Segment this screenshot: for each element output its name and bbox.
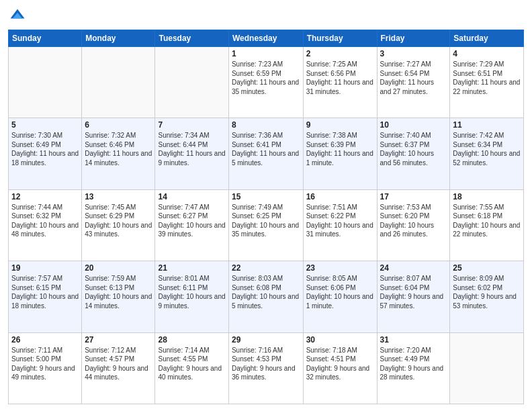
day-info: Sunrise: 8:03 AM Sunset: 6:08 PM Dayligh… xyxy=(232,274,300,310)
day-number: 20 xyxy=(85,263,152,273)
day-info: Sunrise: 7:45 AM Sunset: 6:29 PM Dayligh… xyxy=(85,203,152,239)
day-info: Sunrise: 8:09 AM Sunset: 6:02 PM Dayligh… xyxy=(453,274,521,310)
day-number: 28 xyxy=(158,335,225,345)
day-info: Sunrise: 7:18 AM Sunset: 4:51 PM Dayligh… xyxy=(306,346,374,382)
day-info: Sunrise: 7:49 AM Sunset: 6:25 PM Dayligh… xyxy=(232,203,300,239)
day-info: Sunrise: 7:23 AM Sunset: 6:59 PM Dayligh… xyxy=(232,60,300,96)
day-info: Sunrise: 8:07 AM Sunset: 6:04 PM Dayligh… xyxy=(380,274,447,310)
calendar-week-row: 19Sunrise: 7:57 AM Sunset: 6:15 PM Dayli… xyxy=(9,261,524,332)
day-info: Sunrise: 8:05 AM Sunset: 6:06 PM Dayligh… xyxy=(306,274,374,310)
calendar-cell: 26Sunrise: 7:11 AM Sunset: 5:00 PM Dayli… xyxy=(9,332,82,404)
day-number: 23 xyxy=(306,263,374,273)
day-info: Sunrise: 7:25 AM Sunset: 6:56 PM Dayligh… xyxy=(306,60,374,96)
calendar-cell: 16Sunrise: 7:51 AM Sunset: 6:22 PM Dayli… xyxy=(303,189,377,261)
day-info: Sunrise: 7:59 AM Sunset: 6:13 PM Dayligh… xyxy=(85,274,152,310)
weekday-header: Friday xyxy=(377,30,450,47)
day-number: 31 xyxy=(380,335,447,345)
calendar-cell: 15Sunrise: 7:49 AM Sunset: 6:25 PM Dayli… xyxy=(228,189,303,261)
day-number: 24 xyxy=(380,263,447,273)
calendar-cell: 31Sunrise: 7:20 AM Sunset: 4:49 PM Dayli… xyxy=(377,332,450,404)
day-number: 3 xyxy=(380,49,447,58)
day-number: 19 xyxy=(11,263,79,273)
day-info: Sunrise: 7:47 AM Sunset: 6:27 PM Dayligh… xyxy=(158,203,225,239)
calendar-cell: 30Sunrise: 7:18 AM Sunset: 4:51 PM Dayli… xyxy=(303,332,377,404)
calendar-cell: 3Sunrise: 7:27 AM Sunset: 6:54 PM Daylig… xyxy=(377,47,450,118)
day-number: 29 xyxy=(232,335,300,345)
calendar-cell xyxy=(9,47,82,118)
day-number: 7 xyxy=(158,120,225,130)
calendar-cell: 6Sunrise: 7:32 AM Sunset: 6:46 PM Daylig… xyxy=(82,118,155,189)
day-info: Sunrise: 7:40 AM Sunset: 6:37 PM Dayligh… xyxy=(380,131,447,167)
calendar-cell: 18Sunrise: 7:55 AM Sunset: 6:18 PM Dayli… xyxy=(450,189,524,261)
calendar-cell: 12Sunrise: 7:44 AM Sunset: 6:32 PM Dayli… xyxy=(9,189,82,261)
day-info: Sunrise: 7:12 AM Sunset: 4:57 PM Dayligh… xyxy=(85,346,152,382)
weekday-header-row: SundayMondayTuesdayWednesdayThursdayFrid… xyxy=(9,30,524,47)
calendar-cell: 20Sunrise: 7:59 AM Sunset: 6:13 PM Dayli… xyxy=(82,261,155,332)
day-number: 1 xyxy=(232,49,300,58)
calendar-cell: 22Sunrise: 8:03 AM Sunset: 6:08 PM Dayli… xyxy=(228,261,303,332)
day-info: Sunrise: 7:16 AM Sunset: 4:53 PM Dayligh… xyxy=(232,346,300,382)
calendar-cell xyxy=(450,332,524,404)
weekday-header: Saturday xyxy=(450,30,524,47)
logo-icon xyxy=(8,7,27,26)
calendar-cell: 25Sunrise: 8:09 AM Sunset: 6:02 PM Dayli… xyxy=(450,261,524,332)
day-info: Sunrise: 7:34 AM Sunset: 6:44 PM Dayligh… xyxy=(158,131,225,167)
calendar-table: SundayMondayTuesdayWednesdayThursdayFrid… xyxy=(8,30,524,404)
day-info: Sunrise: 7:36 AM Sunset: 6:41 PM Dayligh… xyxy=(232,131,300,167)
day-number: 10 xyxy=(380,120,447,130)
day-info: Sunrise: 7:29 AM Sunset: 6:51 PM Dayligh… xyxy=(453,60,521,96)
calendar-week-row: 5Sunrise: 7:30 AM Sunset: 6:49 PM Daylig… xyxy=(9,118,524,189)
day-info: Sunrise: 7:51 AM Sunset: 6:22 PM Dayligh… xyxy=(306,203,374,239)
calendar-cell: 28Sunrise: 7:14 AM Sunset: 4:55 PM Dayli… xyxy=(155,332,228,404)
day-number: 13 xyxy=(85,192,152,201)
day-number: 6 xyxy=(85,120,152,130)
day-info: Sunrise: 7:20 AM Sunset: 4:49 PM Dayligh… xyxy=(380,346,447,382)
weekday-header: Wednesday xyxy=(228,30,303,47)
day-number: 25 xyxy=(453,263,521,273)
day-info: Sunrise: 7:57 AM Sunset: 6:15 PM Dayligh… xyxy=(11,274,79,310)
calendar-cell: 19Sunrise: 7:57 AM Sunset: 6:15 PM Dayli… xyxy=(9,261,82,332)
day-info: Sunrise: 7:42 AM Sunset: 6:34 PM Dayligh… xyxy=(453,131,521,167)
calendar-week-row: 1Sunrise: 7:23 AM Sunset: 6:59 PM Daylig… xyxy=(9,47,524,118)
calendar-cell xyxy=(82,47,155,118)
logo xyxy=(8,7,30,26)
calendar-cell: 21Sunrise: 8:01 AM Sunset: 6:11 PM Dayli… xyxy=(155,261,228,332)
calendar-cell: 10Sunrise: 7:40 AM Sunset: 6:37 PM Dayli… xyxy=(377,118,450,189)
day-info: Sunrise: 7:14 AM Sunset: 4:55 PM Dayligh… xyxy=(158,346,225,382)
calendar-week-row: 26Sunrise: 7:11 AM Sunset: 5:00 PM Dayli… xyxy=(9,332,524,404)
calendar-cell: 29Sunrise: 7:16 AM Sunset: 4:53 PM Dayli… xyxy=(228,332,303,404)
day-number: 26 xyxy=(11,335,79,345)
day-number: 14 xyxy=(158,192,225,201)
calendar-cell: 2Sunrise: 7:25 AM Sunset: 6:56 PM Daylig… xyxy=(303,47,377,118)
day-number: 8 xyxy=(232,120,300,130)
day-info: Sunrise: 7:32 AM Sunset: 6:46 PM Dayligh… xyxy=(85,131,152,167)
calendar-cell: 27Sunrise: 7:12 AM Sunset: 4:57 PM Dayli… xyxy=(82,332,155,404)
day-number: 27 xyxy=(85,335,152,345)
day-number: 2 xyxy=(306,49,374,58)
calendar-cell: 4Sunrise: 7:29 AM Sunset: 6:51 PM Daylig… xyxy=(450,47,524,118)
calendar-cell: 24Sunrise: 8:07 AM Sunset: 6:04 PM Dayli… xyxy=(377,261,450,332)
day-info: Sunrise: 7:27 AM Sunset: 6:54 PM Dayligh… xyxy=(380,60,447,96)
day-number: 4 xyxy=(453,49,521,58)
day-info: Sunrise: 7:53 AM Sunset: 6:20 PM Dayligh… xyxy=(380,203,447,239)
calendar-cell: 9Sunrise: 7:38 AM Sunset: 6:39 PM Daylig… xyxy=(303,118,377,189)
day-number: 15 xyxy=(232,192,300,201)
day-number: 9 xyxy=(306,120,374,130)
day-number: 16 xyxy=(306,192,374,201)
day-info: Sunrise: 7:55 AM Sunset: 6:18 PM Dayligh… xyxy=(453,203,521,239)
calendar-cell: 23Sunrise: 8:05 AM Sunset: 6:06 PM Dayli… xyxy=(303,261,377,332)
day-number: 22 xyxy=(232,263,300,273)
page: SundayMondayTuesdayWednesdayThursdayFrid… xyxy=(0,0,532,411)
day-number: 5 xyxy=(11,120,79,130)
calendar-week-row: 12Sunrise: 7:44 AM Sunset: 6:32 PM Dayli… xyxy=(9,189,524,261)
calendar-cell: 5Sunrise: 7:30 AM Sunset: 6:49 PM Daylig… xyxy=(9,118,82,189)
calendar-cell: 14Sunrise: 7:47 AM Sunset: 6:27 PM Dayli… xyxy=(155,189,228,261)
weekday-header: Sunday xyxy=(9,30,82,47)
day-number: 21 xyxy=(158,263,225,273)
day-number: 17 xyxy=(380,192,447,201)
calendar-cell: 13Sunrise: 7:45 AM Sunset: 6:29 PM Dayli… xyxy=(82,189,155,261)
day-info: Sunrise: 7:11 AM Sunset: 5:00 PM Dayligh… xyxy=(11,346,79,382)
calendar-cell xyxy=(155,47,228,118)
weekday-header: Thursday xyxy=(303,30,377,47)
day-info: Sunrise: 7:38 AM Sunset: 6:39 PM Dayligh… xyxy=(306,131,374,167)
